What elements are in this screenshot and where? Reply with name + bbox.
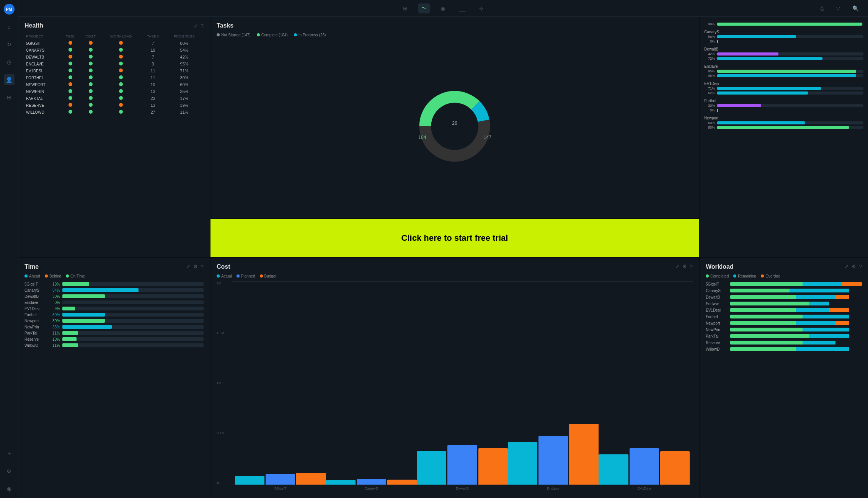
topnav-icon-search[interactable]: 🔍 <box>849 4 862 13</box>
svg-text:26: 26 <box>452 121 457 126</box>
health-progress-cell: 71% <box>165 67 204 74</box>
time-row-label: ParkTal <box>24 331 46 335</box>
time-bar-fill <box>62 319 105 323</box>
progress-pct1: 71% <box>704 87 715 90</box>
health-progress-cell: 39% <box>165 102 204 109</box>
health-tasks-cell: 13 <box>141 88 165 95</box>
sidebar-icon-user[interactable]: ◉ <box>4 483 15 494</box>
sidebar-icon-home[interactable]: ⌂ <box>4 21 15 32</box>
topnav-icon-chart[interactable]: 〜 <box>418 3 430 13</box>
cost-help-icon[interactable]: ? <box>690 264 693 269</box>
workload-remaining-bar <box>790 289 849 292</box>
workload-legend: Completed Remaining Overdue <box>706 274 862 278</box>
health-workload-cell <box>101 40 141 47</box>
progress-bar-bg2 <box>717 126 863 129</box>
health-table-row: NEWPORT 10 60% <box>24 81 204 88</box>
workload-legend-remaining: Remaining <box>733 274 756 278</box>
sidebar-icon-refresh[interactable]: ↻ <box>4 39 15 50</box>
workload-row: Enclave <box>706 302 862 306</box>
topnav: ⊞ 〜 ▦ ⎯⎯ ⊹ ⎙ ▽ 🔍 <box>18 0 868 17</box>
time-legend-ontime: On Time <box>66 274 85 278</box>
workload-completed-bar <box>730 295 796 299</box>
workload-actions: ⤢ ⚙ ? <box>844 264 862 269</box>
progress-bar-fill1 <box>717 121 805 124</box>
time-bar-bg <box>62 282 204 286</box>
health-time-cell <box>60 47 80 54</box>
topnav-icon-link[interactable]: ⎯⎯ <box>456 4 468 13</box>
progress-row: 99% <box>704 22 863 26</box>
progress-bar-fill2 <box>717 57 822 60</box>
time-bar-bg <box>62 343 204 347</box>
free-trial-banner[interactable]: Click here to start free trial <box>210 219 699 257</box>
health-time-cell <box>60 95 80 102</box>
sidebar-icon-settings[interactable]: ⚙ <box>4 466 15 477</box>
workload-completed-bar <box>730 321 796 325</box>
tasks-panel: Tasks Not Started (147) Complete (104) I… <box>210 17 699 218</box>
sidebar-icon-clock[interactable]: ◷ <box>4 57 15 67</box>
workload-remaining-bar <box>809 302 829 305</box>
workload-row-label: CanaryS <box>706 289 728 293</box>
health-workload-cell <box>101 109 141 116</box>
health-expand-icon[interactable]: ⤢ <box>194 23 198 29</box>
cost-actions: ⤢ ⚙ ? <box>675 264 693 269</box>
workload-expand-icon[interactable]: ⤢ <box>844 264 848 269</box>
time-gear-icon[interactable]: ⚙ <box>193 264 198 269</box>
health-project-name: NEWPORT <box>24 81 60 88</box>
cost-y-500k: 500K <box>217 431 232 435</box>
sidebar-icon-briefcase[interactable]: ⊞ <box>4 92 15 103</box>
health-table-row: NEWPRIN 13 35% <box>24 88 204 95</box>
time-row: FortheL 30% <box>24 313 204 317</box>
workload-gear-icon[interactable]: ⚙ <box>852 264 856 269</box>
time-row: Reserve 10% <box>24 337 204 341</box>
topnav-icon-filter[interactable]: ⊞ <box>400 4 411 13</box>
workload-legend-overdue: Overdue <box>761 274 780 278</box>
health-workload-cell <box>101 102 141 109</box>
workload-help-icon[interactable]: ? <box>859 264 862 269</box>
topnav-icon-print[interactable]: ⎙ <box>817 4 827 13</box>
progress-pct2: 62% <box>704 91 715 95</box>
workload-overdue-bar <box>835 321 848 325</box>
health-cost-cell <box>80 95 101 102</box>
app-logo[interactable]: PM <box>4 4 15 15</box>
progress-bar-fill1 <box>717 52 778 56</box>
health-time-cell <box>60 81 80 88</box>
progress-pct2: 90% <box>704 126 715 129</box>
health-project-name: FORTHEL <box>24 74 60 81</box>
time-bar-fill <box>62 282 89 286</box>
topnav-icon-table[interactable]: ▦ <box>437 4 449 13</box>
time-expand-icon[interactable]: ⤢ <box>186 264 190 269</box>
workload-completed-bar <box>730 315 803 318</box>
health-time-cell <box>60 54 80 60</box>
sidebar-icon-add[interactable]: ＋ <box>4 448 15 459</box>
cost-legend-planned: Planned <box>237 274 255 278</box>
health-progress-cell: 17% <box>165 95 204 102</box>
topnav-icon-hierarchy[interactable]: ⊹ <box>476 4 487 13</box>
workload-row: EV1Desi <box>706 308 862 312</box>
health-cost-cell <box>80 40 101 47</box>
health-workload-cell <box>101 88 141 95</box>
health-time-cell <box>60 60 80 67</box>
time-bar-fill <box>62 337 77 341</box>
time-help-icon[interactable]: ? <box>201 264 204 269</box>
topnav-icon-filterright[interactable]: ▽ <box>833 4 843 13</box>
progress-bar-row2: 0% <box>704 108 863 112</box>
health-progress-cell: 35% <box>165 88 204 95</box>
col-workload: WORKLOAD <box>101 33 141 40</box>
health-tasks-cell: 22 <box>141 95 165 102</box>
tasks-area: Tasks Not Started (147) Complete (104) I… <box>210 17 699 257</box>
workload-row-label: Newport <box>706 321 728 325</box>
cost-x-labels: 5GigsITCanarySDewaltBEnclaveEV1Desi <box>232 485 693 493</box>
workload-overdue-bar <box>842 282 862 286</box>
cost-x-label: DewaltB <box>417 485 508 493</box>
health-help-icon[interactable]: ? <box>201 23 204 29</box>
time-bar-fill <box>62 294 105 298</box>
health-progress-cell: 80% <box>165 40 204 47</box>
cost-gear-icon[interactable]: ⚙ <box>682 264 687 269</box>
progress-pct1: 42% <box>704 52 715 56</box>
health-panel: Health ⤢ ? PROJECT TIME COST WORKLOAD TA… <box>18 17 210 257</box>
health-tasks-cell: 11 <box>141 67 165 74</box>
workload-row: FortheL <box>706 315 862 319</box>
cost-expand-icon[interactable]: ⤢ <box>675 264 679 269</box>
sidebar-icon-users[interactable]: 👤 <box>4 74 15 85</box>
health-cost-cell <box>80 74 101 81</box>
